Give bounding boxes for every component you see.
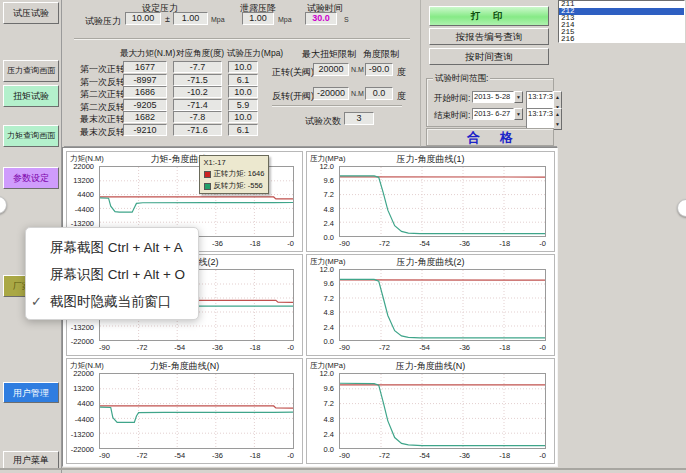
tolerance-field[interactable]: 1.00 (173, 12, 208, 25)
spinner-icon[interactable]: ▲▼ (553, 108, 562, 130)
y-tick-label: 9.6 (324, 176, 334, 185)
x-tick-label: -54 (174, 343, 185, 354)
chart-title: 压力-角度曲线(2) (307, 256, 554, 269)
x-tick-label: -36 (459, 451, 470, 462)
y-tick-label: 0.0 (324, 233, 334, 242)
parameters-panel: 设定压力 试验压力 10.00 ± 1.00 Mpa 泄露压降 1.00 Mpa… (64, 0, 420, 147)
y-tick-label: -22000 (71, 337, 94, 346)
sidebar-item-param-setting[interactable]: 参数设定 (3, 167, 59, 189)
y-tick-label: 12.0 (319, 265, 334, 274)
test-pressure-label: 试验压力 (85, 15, 121, 28)
menu-item-screen-ocr[interactable]: 屏幕识图 Ctrl + Alt + O (26, 261, 198, 288)
series-正转力矩 (100, 406, 293, 408)
chart-header: 压力(MPa)压力-角度曲线(2) (307, 255, 554, 268)
report-list-item[interactable]: 213 (559, 15, 684, 22)
menu-item-screen-capture[interactable]: 屏幕截图 Ctrl + Alt + A (26, 234, 198, 261)
start-date-value[interactable]: 2013- 5-28 (472, 91, 514, 103)
y-tick-label: 13200 (73, 176, 94, 185)
forward-torque-field[interactable]: 20000 (313, 63, 349, 76)
chart-y-tick-labels: 12.09.67.24.82.40.0 (307, 166, 337, 237)
report-number-list[interactable]: 211212213214215216 (558, 0, 685, 43)
x-tick-label: -0 (539, 343, 546, 354)
sidebar-item-torque-query[interactable]: 力矩查询画面 (3, 125, 59, 147)
overlay-handle-right[interactable] (677, 199, 686, 217)
chart-title: 压力-角度曲线(1) (307, 153, 554, 166)
start-date-combo[interactable]: 2013- 5-28 ▼ (472, 91, 523, 103)
test-time-field[interactable]: 30.0 (305, 12, 337, 25)
x-tick-label: -54 (419, 343, 430, 354)
dropdown-arrow-icon[interactable]: ▼ (514, 108, 523, 120)
legend-swatch-icon (204, 183, 211, 190)
series-反转压力 (340, 279, 545, 337)
x-tick-label: -90 (339, 239, 350, 250)
y-tick-label: 4.8 (324, 204, 334, 213)
table-cell-torque: -8997 (123, 74, 167, 86)
table-cell-angle: -71.5 (173, 74, 222, 86)
report-list-item[interactable]: 215 (559, 29, 684, 36)
nm-unit-label-2: N.M (351, 90, 364, 97)
x-tick-label: -90 (339, 451, 350, 462)
menu-item-hide-window[interactable]: ✓ 截图时隐藏当前窗口 (26, 288, 198, 315)
menu-item-label: 屏幕识图 Ctrl + Alt + O (50, 267, 185, 282)
chart-y-tick-labels: 12.09.67.24.82.40.0 (307, 373, 337, 449)
table-cell-torque: -9210 (123, 124, 167, 136)
report-list-item[interactable]: 211 (559, 1, 684, 8)
series-反转力矩 (100, 198, 293, 212)
chart-plot-area (339, 373, 546, 449)
legend-entry: 正转力矩: 1646 (204, 169, 265, 179)
sidebar-item-user-menu[interactable]: 用户菜单 (3, 451, 59, 469)
table-cell-pressure: 6.1 (228, 124, 258, 136)
chart-torque-angle-n: 力矩(N.M)力矩-角度曲线(N)22000132004400-4400-132… (66, 358, 303, 464)
chart-x-tick-labels: -90-72-54-36-18-0 (339, 343, 546, 354)
y-tick-label: 7.2 (324, 293, 334, 302)
y-tick-label: -13200 (71, 429, 94, 438)
chart-header: 压力(MPa)压力-角度曲线(1) (307, 152, 554, 165)
y-tick-label: -13200 (71, 322, 94, 331)
leak-drop-field[interactable]: 1.00 (242, 12, 274, 25)
x-tick-label: -18 (250, 451, 261, 462)
report-list-item[interactable]: 216 (559, 36, 684, 43)
screenshot-context-menu: 屏幕截图 Ctrl + Alt + A 屏幕识图 Ctrl + Alt + O … (25, 227, 199, 320)
test-count-field[interactable]: 3 (344, 112, 374, 125)
separator (272, 105, 402, 107)
query-by-report-button[interactable]: 按报告编号查询 (429, 28, 549, 45)
reverse-torque-field[interactable]: -20000 (313, 87, 349, 100)
y-tick-label: -4400 (75, 414, 94, 423)
end-time-spinner[interactable]: 13:17:35 ▲▼ (526, 108, 562, 130)
report-list-item[interactable]: 212 (559, 8, 684, 15)
chart-x-tick-labels: -90-72-54-36-18-0 (339, 451, 546, 462)
series-反转压力 (340, 383, 545, 445)
time-range-label: 试验时间范围: (433, 73, 490, 85)
table-cell-angle: -7.8 (173, 111, 222, 123)
legend-cursor-value: X1:-17 (204, 158, 265, 167)
end-time-value[interactable]: 13:17:35 (526, 108, 553, 130)
test-pressure-field[interactable]: 10.00 (125, 12, 161, 25)
sidebar-item-pressure-query[interactable]: 压力查询画面 (3, 60, 59, 82)
dropdown-arrow-icon[interactable]: ▼ (514, 91, 523, 103)
end-date-value[interactable]: 2013- 6-27 (472, 108, 514, 120)
chart-cursor-legend: X1:-17正转力矩: 1646反转力矩: -556 (199, 155, 270, 194)
table-cell-angle: -10.2 (173, 86, 222, 98)
deg-unit-label: 度 (397, 66, 406, 79)
x-tick-label: -0 (539, 239, 546, 250)
report-list-item[interactable]: 214 (559, 22, 684, 29)
chart-plot-area (99, 373, 294, 449)
sidebar-item-torque-test[interactable]: 扭矩试验 (3, 85, 59, 107)
table-row-label: 第二次正转 (80, 88, 125, 101)
separator (74, 38, 410, 40)
sidebar-item-user-management[interactable]: 用户管理 (3, 382, 59, 403)
print-button[interactable]: 打 印 (429, 6, 549, 26)
table-cell-pressure: 6.1 (228, 74, 258, 86)
query-by-time-button[interactable]: 按时间查询 (429, 48, 549, 65)
check-icon: ✓ (31, 288, 47, 315)
y-tick-label: 2.4 (324, 429, 334, 438)
reverse-angle-field[interactable]: 0.0 (365, 87, 393, 100)
forward-angle-field[interactable]: -90.0 (365, 63, 393, 76)
sidebar-item-pressure-test[interactable]: 试压试验 (3, 2, 59, 24)
x-tick-label: -18 (250, 239, 261, 250)
table-row-label: 最末次正转 (80, 113, 125, 126)
y-tick-label: 13200 (73, 384, 94, 393)
end-date-combo[interactable]: 2013- 6-27 ▼ (472, 108, 523, 120)
x-tick-label: -36 (212, 343, 223, 354)
x-tick-label: -36 (459, 343, 470, 354)
